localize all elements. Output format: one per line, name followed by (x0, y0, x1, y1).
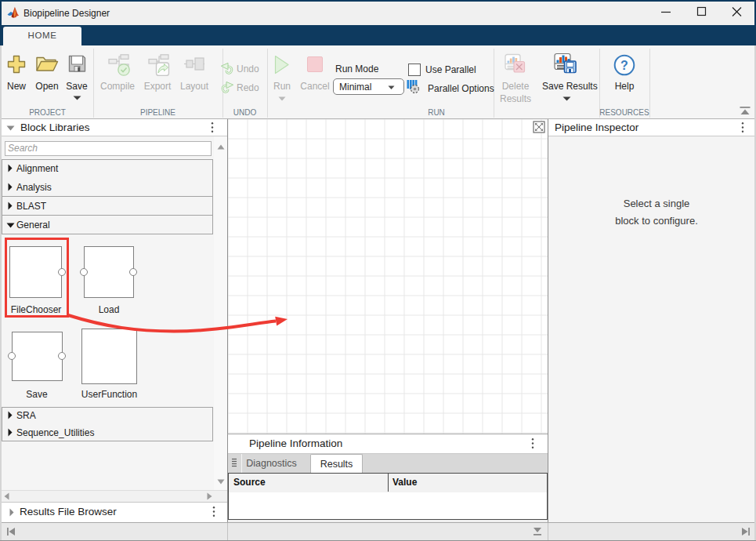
svg-text:?: ? (620, 59, 628, 72)
